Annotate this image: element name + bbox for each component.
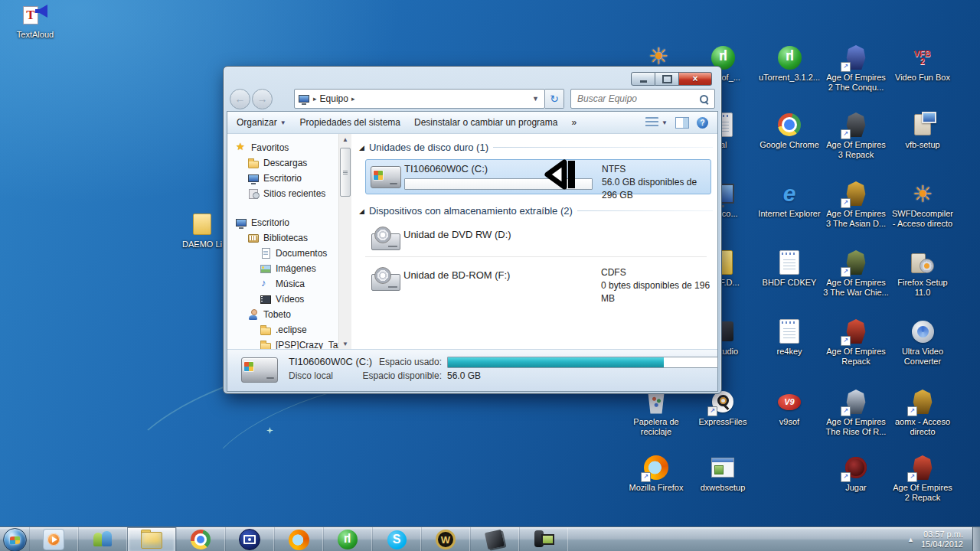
sidebar-item-sitios-recientes[interactable]: Sitios recientes xyxy=(227,186,338,201)
desktop-icon-aomx[interactable]: aomx - Acceso directo xyxy=(890,389,956,437)
taskbar-camcorder-button[interactable] xyxy=(519,527,568,551)
desktop-icon-aoe2-conquerors[interactable]: Age Of Empires 2 The Conqu... xyxy=(823,44,889,93)
desktop-icon-expressfiles[interactable]: ExpressFiles xyxy=(690,389,756,427)
scroll-down-icon[interactable]: ▼ xyxy=(342,338,348,349)
sidebar-item-bibliotecas[interactable]: Bibliotecas xyxy=(227,230,338,246)
views-button[interactable]: ▼ xyxy=(645,117,668,128)
sidebar-item-escritorio[interactable]: Escritorio xyxy=(227,215,338,230)
sun-gear-icon xyxy=(909,181,936,207)
utorrent-icon xyxy=(338,530,358,549)
help-button[interactable]: ? xyxy=(697,117,708,129)
system-properties-button[interactable]: Propiedades del sistema xyxy=(300,117,400,128)
sidebar-item-tobeto[interactable]: Tobeto xyxy=(227,307,338,322)
windows-media-player-icon xyxy=(43,529,64,550)
group-header-line xyxy=(577,210,713,211)
taskbar-chrome-button[interactable] xyxy=(176,527,225,551)
organize-button[interactable]: Organizar▼ xyxy=(237,117,286,128)
close-button[interactable] xyxy=(679,72,712,86)
shortcut-arrow-icon xyxy=(641,472,651,482)
desktop-icon-aoe2-repack[interactable]: Age Of Empires 2 Repack xyxy=(890,455,956,503)
desktop-icon-firefox-setup[interactable]: Firefox Setup 11.0 xyxy=(890,249,956,298)
filesystem-label: CDFS xyxy=(601,266,711,279)
shortcut-arrow-icon xyxy=(707,406,717,416)
back-button[interactable]: ← xyxy=(230,89,250,109)
desktop-icon-v9sof[interactable]: v9sof xyxy=(756,389,822,427)
sidebar-item-videos[interactable]: Vídeos xyxy=(227,292,338,307)
desktop-icon-internet-explorer[interactable]: Internet Explorer xyxy=(756,181,822,219)
address-bar[interactable]: ▸ Equipo ▸ ▼ xyxy=(294,89,545,109)
sidebar-item-imagenes[interactable]: Imágenes xyxy=(227,261,338,276)
drive-item-dvd[interactable]: Unidad de DVD RW (D:) xyxy=(365,223,711,253)
sidebar-item-documentos[interactable]: Documentos xyxy=(227,246,338,261)
refresh-button[interactable]: ↻ xyxy=(545,89,564,109)
computer-icon xyxy=(298,93,310,105)
desktop-icon-swfdecompiler[interactable]: SWFDecompiler - Acceso directo xyxy=(890,181,956,229)
desktop-icon-aoe3-asian-dynasties[interactable]: Age Of Empires 3 The Asian D... xyxy=(823,181,889,229)
drive-item-c[interactable]: TI106060W0C (C:) NTFS 56.0 GB disponible… xyxy=(365,159,711,194)
sidebar-item-escritorio-fav[interactable]: Escritorio xyxy=(227,171,338,186)
desktop-icon-dxwebsetup[interactable]: dxwebsetup xyxy=(690,455,756,493)
sidebar-item-musica[interactable]: Música xyxy=(227,276,338,292)
sidebar-item-eclipse[interactable]: .eclipse xyxy=(227,322,338,337)
desktop-icon-aoe-repack[interactable]: Age Of Empires Repack xyxy=(823,318,889,367)
uninstall-program-button[interactable]: Desinstalar o cambiar un programa xyxy=(414,117,557,128)
sidebar-item-descargas[interactable]: Descargas xyxy=(227,155,338,171)
taskbar-firefox-button[interactable] xyxy=(274,527,323,551)
maximize-button[interactable] xyxy=(655,72,679,86)
drive-name: Unidad de BD-ROM (F:) xyxy=(403,269,510,281)
desktop-icon-recycle-bin[interactable]: Papelera de reciclaje xyxy=(623,389,689,437)
taskbar-skype-button[interactable] xyxy=(372,527,421,551)
search-input[interactable] xyxy=(576,93,700,105)
taskbar-messenger-button[interactable] xyxy=(78,527,127,551)
scroll-up-icon[interactable]: ▲ xyxy=(342,134,348,145)
more-commands-button[interactable]: » xyxy=(571,117,577,128)
taskbar-camera-app-button[interactable] xyxy=(225,527,274,551)
desktop-icon-mozilla-firefox[interactable]: Mozilla Firefox xyxy=(623,455,689,493)
desktop-icon-bhdf-cdkey[interactable]: BHDF CDKEY xyxy=(756,249,822,288)
desktop-icon-daemon-tools[interactable]: DAEMO Li xyxy=(179,211,225,249)
taskbar-wow-button[interactable] xyxy=(421,527,470,551)
sidebar-scrollbar[interactable]: ▲ ▼ xyxy=(338,134,351,349)
drive-item-bd[interactable]: Unidad de BD-ROM (F:) CDFS 0 bytes dispo… xyxy=(365,263,711,298)
skype-icon xyxy=(387,530,407,549)
start-button[interactable] xyxy=(3,528,27,551)
group-header-line xyxy=(493,147,713,148)
desktop-icon-google-chrome[interactable]: Google Chrome xyxy=(756,112,822,150)
group-header-removable[interactable]: ◢ Dispositivos con almacenamiento extraí… xyxy=(359,205,713,217)
desktop-icon-vfb-setup[interactable]: vfb-setup xyxy=(890,112,956,150)
camera-app-icon xyxy=(239,529,260,550)
user-icon xyxy=(247,308,260,321)
taskbar-explorer-button[interactable] xyxy=(127,527,176,551)
desktop-icon-textaloud[interactable]: T TextAloud xyxy=(8,5,63,40)
sidebar-item-psp-crazy-taxi[interactable]: [PSP]Crazy_Taxi_l xyxy=(227,337,338,349)
show-desktop-button[interactable] xyxy=(972,527,980,551)
title-bar[interactable] xyxy=(224,67,721,86)
desktop-icon-aoe3-war-chiefs[interactable]: Age Of Empires 3 The War Chie... xyxy=(823,249,889,298)
forward-button[interactable]: → xyxy=(252,89,273,109)
desktop-icon-video-fun-box[interactable]: VFB2 Video Fun Box xyxy=(890,44,956,83)
desktop-icon-ultra-video-converter[interactable]: Ultra Video Converter xyxy=(890,318,956,367)
desktop-icon-utorrent-installer[interactable]: uTorrent_3.1.2... xyxy=(756,44,822,83)
show-hidden-icons-button[interactable]: ▲ xyxy=(907,536,914,543)
v9-badge-icon xyxy=(778,394,801,410)
breadcrumb[interactable]: Equipo xyxy=(320,93,348,104)
minimize-button[interactable] xyxy=(631,72,655,86)
search-box[interactable] xyxy=(570,89,715,109)
sidebar-item-favoritos[interactable]: Favoritos xyxy=(227,140,338,155)
group-header-hard-drives[interactable]: ◢ Unidades de disco duro (1) xyxy=(359,142,713,153)
taskbar-wmp-button[interactable] xyxy=(29,527,78,551)
address-dropdown-icon[interactable]: ▼ xyxy=(530,95,541,103)
desktop-icon-re4key[interactable]: re4key xyxy=(756,318,822,357)
desktop-icon-aoe-rise-of-rome[interactable]: Age Of Empires The Rise Of R... xyxy=(823,389,889,437)
scrollbar-thumb[interactable] xyxy=(340,148,351,197)
taskbar: ▲ 03:57 p.m. 15/04/2012 xyxy=(0,527,980,551)
desktop-icon-jugar[interactable]: Jugar xyxy=(823,455,889,493)
taskbar-black-app-button[interactable] xyxy=(470,527,519,551)
hard-drive-icon xyxy=(241,357,278,383)
desktop-icon-label: Age Of Empires 3 The War Chie... xyxy=(823,278,889,298)
desktop-icon-label: uTorrent_3.1.2... xyxy=(759,73,820,83)
preview-pane-button[interactable] xyxy=(675,117,689,129)
taskbar-clock[interactable]: 03:57 p.m. 15/04/2012 xyxy=(921,530,963,549)
taskbar-utorrent-button[interactable] xyxy=(323,527,372,551)
desktop-icon-aoe3-repack[interactable]: Age Of Empires 3 Repack xyxy=(823,112,889,160)
